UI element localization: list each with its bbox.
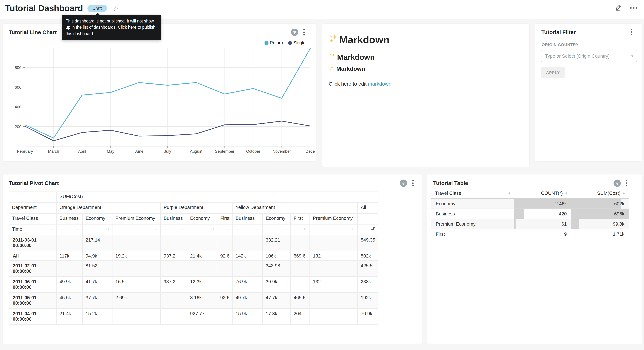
pivot-class-header: Economy — [82, 213, 112, 224]
unpublished-tooltip[interactable]: This dashboard is not published, it will… — [62, 15, 161, 40]
pivot-value-cell — [160, 235, 187, 251]
more-options-ellipsis-icon[interactable] — [630, 7, 638, 9]
sort-toggle-icon[interactable]: ↓↑ — [304, 226, 307, 231]
pivot-value-cell: 37.7k — [82, 293, 112, 309]
pivot-sort-cell: ↓↑ — [263, 224, 290, 235]
line-chart-card: Tutorial Line Chart ReturnSingle 2004006… — [2, 24, 316, 162]
sort-toggle-icon[interactable]: ↓↑ — [76, 226, 80, 231]
pivot-chart-card: Tutorial Pivot Chart SUM(Cost)Department… — [2, 174, 422, 344]
page-title: Tutorial Dashboard — [5, 3, 83, 14]
sort-toggle-icon[interactable]: ↓↑ — [284, 226, 288, 231]
table-cell-travel-class: First — [432, 229, 514, 239]
y-axis-label: 400 — [15, 105, 22, 109]
cross-filter-icon[interactable] — [614, 180, 621, 187]
pivot-value-cell: 12.3k — [187, 277, 217, 293]
sort-toggle-icon[interactable]: ↓↑ — [352, 226, 355, 231]
pivot-value-cell — [290, 261, 310, 277]
line-chart[interactable]: 200400600800FebruaryMarchAprilMayJuneJul… — [2, 44, 314, 157]
origin-country-select[interactable]: Type or Select [Origin Country] ▾ — [541, 50, 637, 62]
table-cell-count: 9 — [514, 229, 571, 239]
pivot-metric-header: SUM(Cost) — [56, 192, 378, 202]
pivot-group-header: Purple Department — [160, 202, 232, 213]
pivot-class-header: First — [217, 213, 232, 224]
kebab-menu-icon[interactable] — [303, 29, 305, 36]
pivot-value-cell: 39.9k — [263, 277, 290, 293]
pivot-value-cell: 94.9k — [82, 251, 112, 261]
pivot-sort-cell: ↓↑ — [290, 224, 310, 235]
table-card-title: Tutorial Table — [433, 180, 468, 186]
line-chart-title: Tutorial Line Chart — [9, 29, 56, 35]
pivot-sort-cell: ↓↑ — [160, 224, 187, 235]
kebab-menu-icon[interactable] — [626, 180, 627, 186]
draft-badge[interactable]: Draft — [87, 5, 107, 12]
pivot-value-cell: 92.6 — [217, 251, 232, 261]
pivot-row-label: 2011-03-01 00:00:00 — [9, 235, 56, 251]
table-card: Tutorial Table Travel Class▲▼COUNT(*)▲▼S… — [427, 174, 642, 344]
kebab-menu-icon[interactable] — [630, 29, 632, 35]
pivot-value-cell — [160, 293, 187, 309]
markdown-card: Markdown Markdown Markdown Click here to… — [322, 24, 529, 167]
pivot-group-header: Orange Department — [56, 202, 160, 213]
table-row: Premium Economy6199.8k — [432, 219, 629, 229]
pivot-value-cell: 204 — [290, 309, 310, 324]
pivot-value-cell — [310, 293, 358, 309]
sort-toggle-icon[interactable]: ↓↑ — [256, 226, 260, 231]
pivot-value-cell — [56, 261, 82, 277]
x-axis-label: August — [190, 149, 202, 154]
pivot-class-header: Business — [232, 213, 263, 224]
pivot-value-cell — [310, 309, 358, 324]
sort-toggle-icon[interactable]: ↓↑ — [50, 226, 53, 231]
pivot-value-cell — [112, 309, 160, 324]
pivot-value-cell: 238k — [358, 277, 378, 293]
apply-button[interactable]: APPLY — [541, 67, 565, 78]
edit-pencil-icon[interactable] — [615, 4, 622, 12]
x-axis-label: September — [215, 149, 234, 154]
pivot-value-cell: 132 — [310, 251, 358, 261]
x-axis-label: October — [246, 149, 260, 154]
pivot-sort-cell — [358, 224, 378, 235]
caret-down-icon: ▼ — [622, 193, 625, 194]
cross-filter-icon[interactable] — [400, 180, 407, 187]
sparkles-icon — [329, 34, 339, 46]
pivot-value-cell — [160, 261, 187, 277]
pivot-value-cell — [290, 277, 310, 293]
pivot-value-cell: 15.9k — [232, 309, 263, 324]
favorite-star-icon[interactable]: ☆ — [113, 4, 119, 12]
sort-desc-active-icon[interactable] — [371, 227, 375, 232]
pivot-sort-cell: ↓↑ — [82, 224, 112, 235]
pivot-value-cell — [187, 235, 217, 251]
pivot-chart-actions — [400, 180, 414, 187]
cross-filter-icon[interactable] — [291, 29, 298, 36]
sort-toggle-icon[interactable]: ↓↑ — [226, 226, 230, 231]
pivot-value-cell: 45.5k — [56, 293, 82, 309]
pivot-sort-cell: ↓↑ — [56, 224, 82, 235]
sparkles-icon — [329, 52, 337, 62]
x-axis-label: July — [164, 149, 171, 154]
table-header-count[interactable]: COUNT(*)▲▼ — [514, 188, 571, 198]
markdown-paragraph: Click here to edit markdown — [329, 81, 392, 87]
pivot-value-cell: 8.16k — [187, 293, 217, 309]
sort-toggle-icon[interactable]: ↓↑ — [154, 226, 158, 231]
table-header-travel-class[interactable]: Travel Class▲▼ — [432, 188, 514, 198]
title-row: Tutorial Dashboard Draft ☆ — [5, 3, 119, 14]
sort-toggle-icon[interactable]: ↓↑ — [181, 226, 184, 231]
pivot-value-cell — [56, 235, 82, 251]
table-row: First91.71k — [432, 229, 629, 239]
table-header-sum-cost[interactable]: SUM(Cost)▲▼ — [571, 188, 629, 198]
markdown-h1: Markdown — [329, 34, 390, 46]
sort-toggle-icon[interactable]: ↓↑ — [211, 226, 214, 231]
pivot-value-cell: 70.9k — [358, 309, 378, 324]
filter-card-actions — [630, 29, 632, 35]
kebab-menu-icon[interactable] — [412, 180, 414, 186]
pivot-value-cell: 41.7k — [82, 277, 112, 293]
header-actions — [615, 4, 638, 12]
markdown-h2: Markdown — [329, 52, 375, 62]
pivot-class-header: First — [290, 213, 310, 224]
table-cell-travel-class: Premium Economy — [432, 219, 514, 229]
pivot-row-label: 2011-04-01 00:00:00 — [9, 309, 56, 324]
pivot-value-cell — [290, 235, 310, 251]
pivot-time-header: Time↓↑ — [9, 224, 56, 235]
sort-toggle-icon[interactable]: ↓↑ — [106, 226, 109, 231]
pivot-value-cell: 49.9k — [56, 277, 82, 293]
markdown-edit-link[interactable]: markdown — [368, 81, 391, 87]
